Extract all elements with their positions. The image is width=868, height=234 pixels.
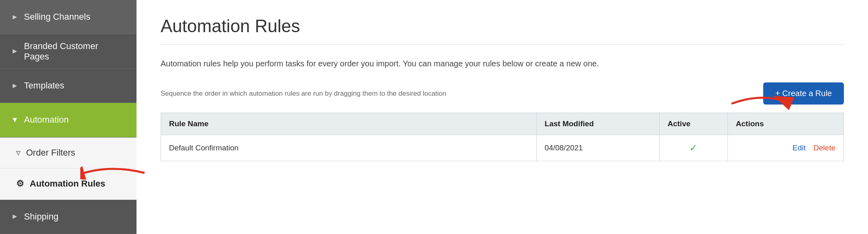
cell-active: ✓ [659,135,727,161]
edit-link[interactable]: Edit [793,144,806,152]
cell-actions: Edit Delete [727,135,844,161]
table-header-row: Rule Name Last Modified Active Actions [161,113,844,135]
chevron-down-icon: ▼ [11,116,18,124]
chevron-right-icon: ► [11,82,18,90]
sidebar-item-order-filters[interactable]: ▿ Order Filters [0,138,137,168]
divider [161,44,844,45]
page-title: Automation Rules [161,16,844,36]
sidebar-item-selling-channels[interactable]: ► Selling Channels [0,0,137,34]
chevron-right-icon: ► [11,13,18,21]
create-rule-button[interactable]: + Create a Rule [763,82,844,105]
col-header-last-modified: Last Modified [536,113,659,135]
toolbar-hint: Sequence the order in which automation r… [161,90,446,98]
sidebar-item-shipping[interactable]: ► Shipping [0,200,137,234]
description-text: Automation rules help you perform tasks … [161,57,723,70]
main-content: Automation Rules Automation rules help y… [137,0,868,234]
toolbar: Sequence the order in which automation r… [161,82,844,105]
sidebar-item-label: Templates [24,80,64,91]
col-header-active: Active [659,113,727,135]
sidebar-item-automation[interactable]: ▼ Automation [0,103,137,137]
sidebar-item-label: Order Filters [26,148,75,158]
table-row: Default Confirmation 04/08/2021 ✓ Edit D… [161,135,844,161]
sidebar-item-label: Branded Customer Pages [24,41,125,62]
col-header-actions: Actions [727,113,844,135]
chevron-right-icon: ► [11,212,18,221]
sidebar-item-label: Automation [24,115,69,125]
cell-rule-name: Default Confirmation [161,135,537,161]
sidebar-item-automation-rules[interactable]: ⚙ Automation Rules [0,168,137,199]
sidebar-item-branded-customer-pages[interactable]: ► Branded Customer Pages [0,34,137,68]
rules-table: Rule Name Last Modified Active Actions D… [161,113,844,161]
chevron-right-icon: ► [11,47,18,55]
delete-link[interactable]: Delete [813,144,835,152]
sidebar-item-label: Shipping [24,211,59,222]
gear-icon: ⚙ [16,179,24,189]
cell-last-modified: 04/08/2021 [536,135,659,161]
active-checkmark-icon: ✓ [689,142,697,153]
sidebar-item-templates[interactable]: ► Templates [0,69,137,103]
sidebar-item-label: Selling Channels [24,12,90,22]
filter-icon: ▿ [16,148,20,158]
col-header-rule-name: Rule Name [161,113,537,135]
sidebar-item-label: Automation Rules [30,179,105,189]
